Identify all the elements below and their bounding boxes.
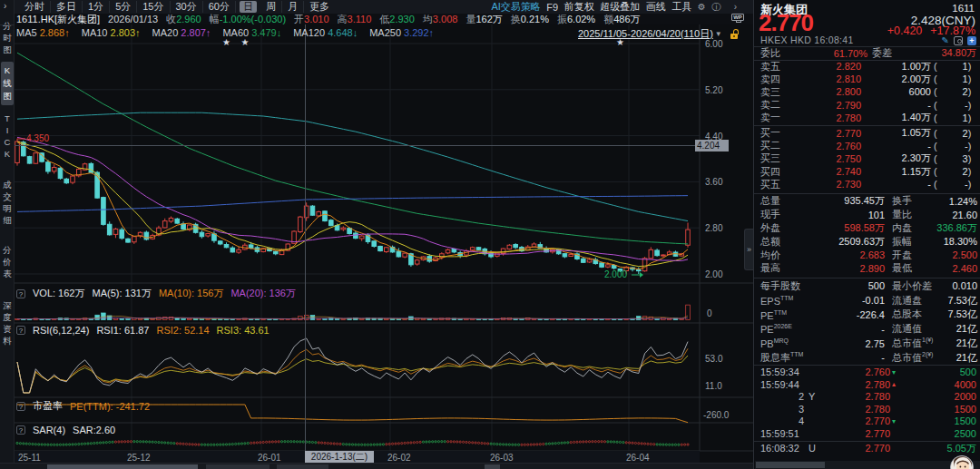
- date-range-text[interactable]: 2025/11/05-2026/04/20(110日): [578, 27, 713, 41]
- candle-body: [323, 211, 328, 221]
- cursor-date-tag: 2026-1-13(二): [305, 451, 374, 463]
- fundamental-row: PE2026E-流通值21亿: [754, 322, 980, 337]
- order-count: 1: [937, 112, 968, 123]
- scrollbar-segment[interactable]: [206, 464, 270, 469]
- tick-volume: 4000: [908, 379, 976, 390]
- ui-element: [960, 466, 962, 468]
- date-axis-label: 26-04: [626, 453, 650, 463]
- tick-volume: 2000: [908, 391, 976, 402]
- ui-element: 股息率TTM: [760, 351, 803, 365]
- scrollbar-segment[interactable]: [485, 464, 500, 469]
- stat-value: 21.60: [899, 210, 977, 220]
- tick-flag: Y: [808, 391, 815, 402]
- ui-element: EPSTTM: [760, 295, 793, 307]
- ma-legend-MA60: MA60 3.479↓: [222, 27, 281, 38]
- volume-bar: [126, 319, 131, 320]
- ui-element: -: [803, 324, 885, 335]
- indicator-help-icon[interactable]: ?: [16, 402, 25, 411]
- quote-scrollbar[interactable]: [755, 461, 980, 469]
- volume-bar: [686, 305, 691, 319]
- volume-bar: [120, 318, 124, 319]
- stat-value: 2.460: [899, 263, 977, 274]
- tick-row-6: 15:59:512.7702500: [754, 427, 980, 440]
- candle-body: [359, 236, 364, 239]
- ma-value: 4.648↓: [328, 27, 358, 38]
- edit-icon[interactable]: ✎: [942, 35, 949, 45]
- candle-body: [470, 248, 475, 250]
- volume-bar: [655, 319, 660, 320]
- date-axis-label: 25-12: [127, 453, 151, 463]
- ui-element: 21亿: [899, 337, 977, 350]
- pe-pane-header: ?市盈率PE(TTM): -241.72: [16, 399, 150, 413]
- panel-collapse-handle[interactable]: »: [744, 229, 753, 270]
- candle-body: [378, 246, 383, 250]
- order-count: 2: [937, 128, 968, 139]
- bid-row-3: 买三2.7502.30万(3): [754, 152, 980, 165]
- indicator-help-icon[interactable]: ?: [16, 289, 25, 298]
- dropdown-icon[interactable]: ▼: [715, 30, 722, 38]
- candle-body: [144, 232, 149, 239]
- stat-row: 总量935.45万换手1.24%: [754, 195, 980, 209]
- indicator-value: RSI1: 61.87: [96, 325, 149, 336]
- stat-value: 18.30%: [899, 236, 977, 247]
- ma-label: MA20: [152, 27, 181, 38]
- stat-row: 现手101量比21.60: [754, 208, 980, 221]
- candle-body: [354, 233, 358, 239]
- indicator-value: RSI3: 43.61: [217, 325, 270, 336]
- order-price: 2.820: [808, 61, 861, 72]
- indicator-value: MA(10): 156万: [159, 287, 224, 300]
- stat-row: 总额2509.63万振幅18.30%: [754, 235, 980, 249]
- latest-tick-row: 16:08:32U2.7705.05万: [754, 443, 980, 455]
- candle-body: [606, 265, 611, 267]
- candle-body: [532, 244, 536, 247]
- alert-icon[interactable]: [954, 36, 963, 45]
- candle-body: [102, 198, 106, 225]
- ma-legend-MA5: MA5 2.868↑: [16, 27, 70, 38]
- order-price: 2.770: [808, 128, 861, 139]
- candle-body: [348, 229, 352, 234]
- candle-body: [581, 259, 585, 262]
- candle-body: [649, 249, 653, 259]
- exchange-info: HKEX HKD 16:08:41: [760, 34, 854, 45]
- ui-element: TTM: [790, 351, 803, 357]
- ma-value: 2.868↑: [40, 27, 70, 38]
- volume-bar: [427, 319, 432, 320]
- tick-direction-icon: ▾: [892, 417, 896, 425]
- candle-body: [655, 250, 660, 256]
- candle-body: [175, 219, 180, 223]
- scrollbar-segment[interactable]: [47, 464, 198, 469]
- add-icon[interactable]: +: [967, 36, 976, 45]
- tick-row-5: 42.770▾1500: [754, 415, 980, 428]
- ma-legend-MA10: MA10 2.803↑: [82, 27, 141, 38]
- range-low-marker: 2.000: [604, 269, 627, 279]
- ui-element: (1): [934, 73, 974, 84]
- ui-element: (2): [934, 166, 974, 177]
- bottom-scrollbar[interactable]: [0, 463, 753, 469]
- scrollbar-segment[interactable]: [277, 464, 328, 469]
- tick-price: 2.770: [827, 443, 890, 454]
- ui-element: ): [968, 141, 972, 151]
- candle-body: [642, 259, 647, 271]
- tick-price: 2.770: [827, 415, 890, 426]
- ma-label: MA10: [82, 27, 111, 38]
- ma-label: MA5: [16, 27, 40, 38]
- lock-icon[interactable]: [730, 29, 740, 39]
- indicator-help-icon[interactable]: ?: [16, 326, 25, 335]
- indicator-help-icon[interactable]: ?: [16, 425, 25, 435]
- ui-element: -0.01: [803, 295, 885, 306]
- assistant-avatar[interactable]: [950, 455, 974, 469]
- ma-legend-MA20: MA20 2.807↑: [152, 27, 211, 38]
- tick-time: 15:59:44: [760, 379, 804, 390]
- candle-body: [385, 248, 389, 252]
- order-volume: -: [863, 179, 931, 190]
- date-axis-label: 25-11: [18, 453, 41, 463]
- stat-value: 2.683: [803, 249, 885, 260]
- indicator-axis-label: -260.0: [703, 410, 729, 420]
- order-level-label: 买二: [760, 139, 780, 152]
- indicator-value: MA(5): 131万: [92, 287, 151, 300]
- tick-price: 2.760: [827, 366, 890, 377]
- candle-body: [200, 232, 204, 237]
- sar-pane-header: ?SAR(4)SAR:2.60: [16, 425, 115, 435]
- ui-element: 2026E: [774, 323, 792, 329]
- ui-element: 500: [803, 280, 885, 291]
